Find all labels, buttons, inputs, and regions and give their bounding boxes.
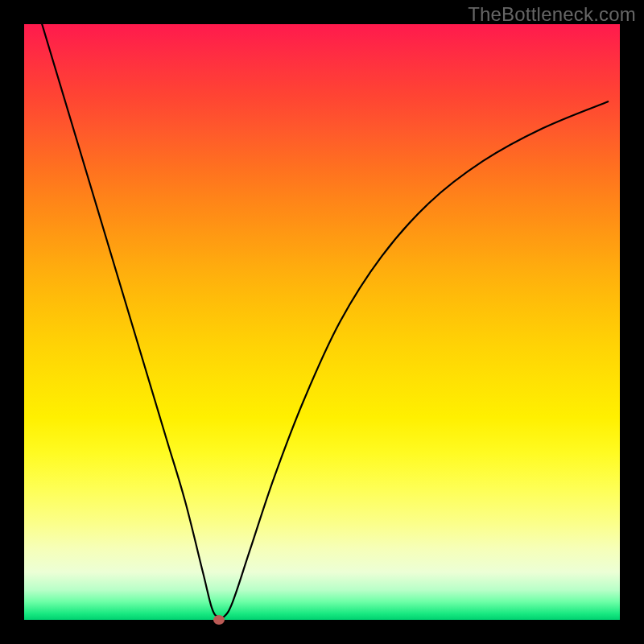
plot-area xyxy=(24,24,620,620)
optimal-point-marker xyxy=(213,615,225,625)
bottleneck-curve xyxy=(24,24,620,620)
chart-frame: TheBottleneck.com xyxy=(0,0,644,644)
watermark-text: TheBottleneck.com xyxy=(468,3,636,26)
